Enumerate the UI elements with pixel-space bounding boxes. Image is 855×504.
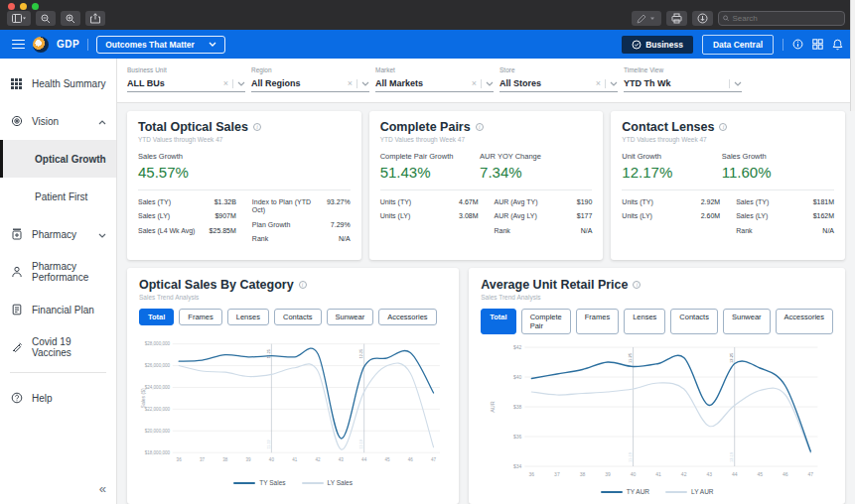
tab-lenses[interactable]: Lenses [624, 309, 665, 334]
metric-label: Complete Pair Growth [380, 152, 480, 161]
sidebar-item-patient-first[interactable]: Patient First [0, 178, 116, 215]
tab-frames[interactable]: Frames [576, 309, 619, 334]
sidebar-collapse-button[interactable]: « [99, 481, 104, 496]
chevron-down-icon[interactable] [486, 81, 494, 86]
clear-icon[interactable]: × [348, 79, 353, 88]
edit-button[interactable] [632, 11, 661, 26]
chevron-down-icon[interactable] [237, 81, 245, 86]
bell-icon[interactable] [832, 39, 843, 51]
detail-value: $181M [813, 198, 834, 206]
filter-select-market[interactable]: All Markets× [375, 78, 494, 92]
brand-logo [33, 37, 49, 53]
chevron-down-icon[interactable] [610, 81, 618, 86]
metric: Unit Growth12.17% [622, 152, 721, 181]
filter-divider [605, 79, 606, 88]
metric-value: 51.43% [380, 164, 480, 181]
filter-divider [729, 79, 730, 88]
tab-accessories[interactable]: Accessories [776, 309, 833, 334]
filter-select-business-unit[interactable]: ALL BUs× [127, 78, 245, 92]
sidebar-item-vision[interactable]: Vision [0, 102, 116, 140]
info-icon[interactable]: i [719, 123, 727, 131]
tab-sunwear[interactable]: Sunwear [723, 309, 771, 334]
svg-text:36: 36 [177, 457, 183, 462]
kpi-card-contact-lenses: Contact LensesiYTD Values through Week 4… [611, 111, 845, 260]
chevron-down-icon[interactable] [98, 229, 106, 240]
card-title: Contact Lenses [622, 120, 714, 134]
metric: AUR YOY Change7.34% [480, 152, 579, 181]
sidebar-item-pharmacy[interactable]: Pharmacy [0, 215, 116, 253]
nav-button-label: Business [645, 40, 683, 50]
sidebar-item-pharmacy-performance[interactable]: Pharmacy Performance [0, 253, 116, 291]
filter-label: Timeline View [624, 66, 742, 73]
tab-lenses[interactable]: Lenses [227, 309, 269, 325]
maximize-button[interactable] [32, 3, 39, 10]
chevron-up-icon[interactable] [98, 116, 106, 127]
share-button[interactable] [85, 11, 105, 26]
nav-button-business[interactable]: Business [622, 36, 693, 54]
detail-label: Sales (TY) [138, 198, 171, 206]
svg-text:$40: $40 [513, 373, 522, 379]
filter-select-region[interactable]: All Regions× [251, 78, 369, 92]
detail-label: Units (LY) [622, 212, 652, 220]
detail-column: Sales (TY)$1.32BSales (LY)$907MSales (L4… [138, 198, 236, 250]
scrollbar[interactable] [850, 0, 855, 111]
svg-text:$34: $34 [513, 462, 522, 468]
tab-sunwear[interactable]: Sunwear [327, 309, 374, 325]
sidebar-item-covid-19-vaccines[interactable]: Covid 19 Vaccines [0, 328, 116, 366]
browser-search-field[interactable] [718, 11, 845, 26]
sidebar-item-financial-plan[interactable]: Financial Plan [0, 291, 116, 328]
tab-accessories[interactable]: Accessories [378, 309, 436, 325]
search-input[interactable] [732, 14, 840, 23]
close-button[interactable] [8, 3, 15, 10]
info-icon[interactable]: i [633, 281, 641, 289]
card-title: Total Optical Sales [138, 120, 248, 134]
info-icon[interactable]: i [476, 123, 484, 131]
vision-target-icon [10, 115, 23, 127]
filter-select-timeline-view[interactable]: YTD Th Wk [624, 78, 742, 92]
print-button[interactable] [666, 11, 687, 26]
detail-value: $177 [577, 212, 593, 220]
svg-text:46: 46 [408, 457, 414, 462]
info-icon[interactable]: i [253, 123, 261, 131]
download-button[interactable] [692, 11, 713, 26]
clear-icon[interactable]: × [472, 79, 477, 88]
clear-icon[interactable]: × [223, 79, 228, 88]
detail-value: 93.27% [327, 198, 351, 215]
chevron-down-icon[interactable] [734, 81, 742, 86]
detail-row: Units (TY)2.92M [622, 198, 720, 206]
sidebar-item-optical-growth[interactable]: Optical Growth [0, 140, 116, 178]
sidebar-item-label: Financial Plan [32, 305, 106, 315]
tab-total[interactable]: Total [139, 309, 174, 325]
minimize-button[interactable] [20, 3, 27, 10]
tab-total[interactable]: Total [481, 309, 515, 334]
legend-item-ty-sales: TY Sales [233, 479, 285, 486]
sidebar-toggle-button[interactable] [7, 11, 31, 26]
detail-row: Sales (LY)$907M [138, 212, 236, 220]
chevron-down-icon[interactable] [361, 81, 369, 86]
tab-contacts[interactable]: Contacts [670, 309, 718, 334]
info-icon[interactable] [792, 39, 803, 50]
tab-contacts[interactable]: Contacts [274, 309, 322, 325]
zoom-in-button[interactable] [61, 11, 80, 26]
brand-name: GDP [57, 39, 79, 50]
sidebar-item-health-summary[interactable]: Health Summary [0, 64, 116, 102]
tab-frames[interactable]: Frames [179, 309, 221, 325]
filter-select-store[interactable]: All Stores× [499, 78, 618, 92]
menu-icon[interactable] [12, 40, 25, 50]
chart-subtitle: Sales Trend Analysis [139, 294, 447, 301]
zoom-out-button[interactable] [36, 11, 56, 26]
card-subtitle: YTD Values through Week 47 [138, 136, 351, 143]
filter-label: Region [251, 66, 369, 73]
sidebar-item-help[interactable]: Help [0, 379, 116, 417]
detail-label: AUR (Avg TY) [495, 198, 538, 206]
detail-value: 4.67M [459, 198, 478, 206]
tab-complete-pair[interactable]: Complete Pair [521, 309, 571, 334]
info-icon[interactable]: i [299, 281, 307, 289]
health-grid-icon [10, 78, 23, 89]
metric-value: 7.34% [480, 164, 579, 181]
clear-icon[interactable]: × [596, 79, 601, 88]
nav-button-data-central[interactable]: Data Central [702, 35, 774, 55]
workspace-dropdown[interactable]: Outcomes That Matter [96, 36, 225, 54]
apps-grid-icon[interactable] [812, 39, 823, 50]
svg-text:39: 39 [246, 457, 252, 462]
